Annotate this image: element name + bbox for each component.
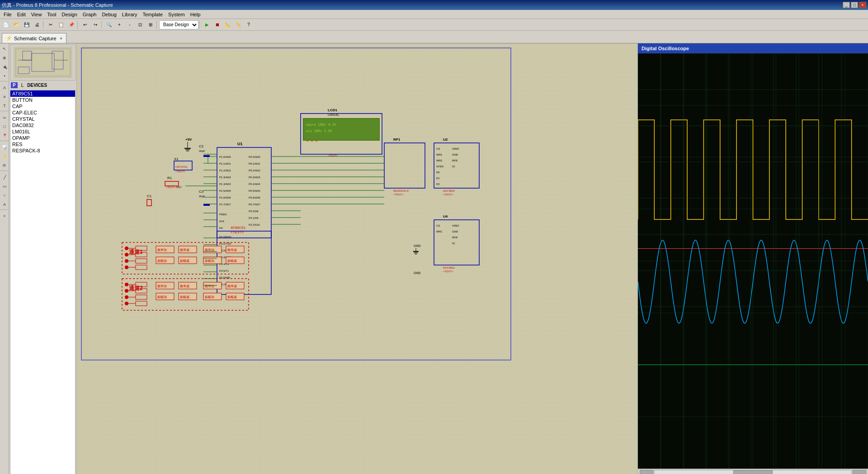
zoom-in-btn[interactable]: 🔍	[104, 20, 114, 30]
tab-close-icon[interactable]: ×	[60, 36, 62, 41]
annotate-btn[interactable]: 📐	[223, 20, 233, 30]
help-btn[interactable]: ?	[244, 20, 254, 30]
menu-library[interactable]: Library	[119, 11, 140, 18]
menu-system[interactable]: System	[165, 11, 188, 18]
component-tool[interactable]: ⊕	[0, 53, 9, 62]
svg-text:R1: R1	[167, 176, 172, 180]
marker-tool[interactable]: +	[0, 212, 9, 221]
2d-circle[interactable]: ○	[0, 191, 9, 200]
redo-btn[interactable]: ↪	[90, 20, 100, 30]
osc-scroll-right[interactable]	[853, 470, 866, 474]
svg-text:<TEXT>: <TEXT>	[443, 193, 453, 196]
2d-box[interactable]: ▭	[0, 182, 9, 191]
zoom-area-btn[interactable]: ⊞	[146, 20, 156, 30]
svg-text:P2.1/A9: P2.1/A9	[249, 217, 259, 219]
tool-sep4	[0, 171, 9, 172]
minimize-btn[interactable]: _	[843, 2, 850, 8]
undo-btn[interactable]: ↩	[80, 20, 90, 30]
device-res[interactable]: RES	[10, 141, 75, 147]
zoom-minus-btn[interactable]: -	[125, 20, 135, 30]
panel-tab-l[interactable]: L	[19, 82, 26, 88]
device-cap-elec[interactable]: CAP-ELEC	[10, 109, 75, 116]
open-btn[interactable]: 📂	[11, 20, 21, 30]
osc-scrollbar[interactable]	[638, 469, 868, 474]
tool-sep2	[0, 111, 9, 113]
netname-tool[interactable]: ≡	[0, 92, 9, 101]
design-dropdown[interactable]: Base Design	[159, 20, 198, 29]
svg-text:P1.2/AD2: P1.2/AD2	[219, 169, 231, 172]
svg-text:振幅加: 振幅加	[205, 295, 214, 299]
copy-btn[interactable]: 📋	[56, 20, 66, 30]
menu-edit[interactable]: Edit	[14, 11, 28, 18]
2d-text[interactable]: A	[0, 200, 9, 209]
device-cap[interactable]: CAP	[10, 103, 75, 109]
select-tool[interactable]: ↖	[0, 44, 9, 53]
print-btn[interactable]: 🖨	[32, 20, 42, 30]
measure-tool[interactable]: 📊	[0, 143, 9, 152]
osc-scroll-thumb[interactable]	[733, 470, 773, 474]
menu-template[interactable]: Template	[140, 11, 165, 18]
wire-tool[interactable]: 🔌	[0, 62, 9, 71]
save-btn[interactable]: 💾	[22, 20, 32, 30]
menu-graph[interactable]: Graph	[80, 11, 99, 18]
paste-btn[interactable]: 📌	[66, 20, 76, 30]
sub-tool[interactable]: □	[0, 122, 9, 131]
svg-text:<TEXT>: <TEXT>	[443, 270, 453, 273]
svg-text:AT89C51: AT89C51	[231, 226, 246, 230]
svg-text:P1.1/AD1: P1.1/AD1	[219, 162, 231, 165]
schematic-canvas[interactable]: <TEXT> AT89C51 U1 P1.0/AD0 P1.1/AD1 P1.2…	[77, 43, 637, 474]
menu-view[interactable]: View	[28, 11, 45, 18]
menu-design[interactable]: Design	[59, 11, 80, 18]
device-opamp[interactable]: OPAMP	[10, 135, 75, 141]
tool-sep3	[0, 141, 9, 142]
device-at89c51[interactable]: AT89C51	[10, 90, 75, 97]
maximize-btn[interactable]: □	[851, 2, 858, 8]
device-button[interactable]: BUTTON	[10, 97, 75, 103]
schematic-capture-tab[interactable]: ⚡ Schematic Capture ×	[2, 33, 66, 43]
device-crystal[interactable]: CRYSTAL	[10, 116, 75, 122]
junction-tool[interactable]: •	[0, 71, 9, 81]
bus-tool[interactable]: ═	[0, 113, 9, 122]
label-tool[interactable]: A	[0, 83, 9, 92]
device-respack8[interactable]: RESPACK-8	[10, 147, 75, 154]
netlist-btn[interactable]: 📏	[233, 20, 243, 30]
cut-btn[interactable]: ✂	[46, 20, 56, 30]
svg-text:P3.0/RXD: P3.0/RXD	[219, 236, 231, 238]
sep2	[77, 21, 79, 29]
svg-point-95	[311, 140, 313, 142]
sep3	[101, 21, 103, 29]
menu-help[interactable]: Help	[188, 11, 203, 18]
stop-sim-btn[interactable]: ⏹	[212, 20, 222, 30]
svg-text:RST: RST	[176, 186, 182, 189]
menu-bar: File Edit View Tool Design Graph Debug L…	[0, 10, 868, 19]
osc-scroll-track[interactable]	[654, 470, 852, 474]
device-lm016l[interactable]: LM016L	[10, 128, 75, 135]
svg-text:+5V: +5V	[185, 137, 192, 142]
svg-text:30pF: 30pF	[199, 195, 205, 198]
run-btn[interactable]: ▶	[202, 20, 212, 30]
device-list[interactable]: AT89C51 BUTTON CAP CAP-ELEC CRYSTAL DAC0…	[10, 90, 75, 474]
menu-file[interactable]: File	[1, 11, 14, 18]
osc-scroll-left[interactable]	[640, 470, 653, 474]
menu-debug[interactable]: Debug	[99, 11, 119, 18]
svg-text:P1.7/AD7: P1.7/AD7	[219, 203, 231, 206]
panel-tab-p[interactable]: P	[11, 82, 18, 88]
probe-tool[interactable]: 📍	[0, 131, 9, 140]
svg-text:EA: EA	[219, 227, 223, 229]
svg-text:GND: GND	[452, 153, 458, 156]
text-tool[interactable]: T	[0, 101, 9, 110]
svg-text:频率减: 频率减	[180, 248, 189, 252]
device-dac0832[interactable]: DAC0832	[10, 122, 75, 128]
new-btn[interactable]: 📄	[1, 20, 11, 30]
vgen-tool[interactable]: ⚡	[0, 152, 9, 161]
svg-text:振幅加: 振幅加	[157, 259, 167, 262]
close-btn[interactable]: ×	[859, 2, 866, 8]
zoom-plus-btn[interactable]: +	[114, 20, 124, 30]
svg-point-153	[125, 253, 128, 256]
svg-point-94	[307, 140, 308, 142]
svg-text:P0.7/AD7: P0.7/AD7	[249, 203, 260, 206]
fit-btn[interactable]: ⊡	[135, 20, 145, 30]
cur-tool[interactable]: ⟳	[0, 161, 9, 170]
menu-tool[interactable]: Tool	[44, 11, 59, 18]
2d-line[interactable]: ╱	[0, 173, 9, 182]
